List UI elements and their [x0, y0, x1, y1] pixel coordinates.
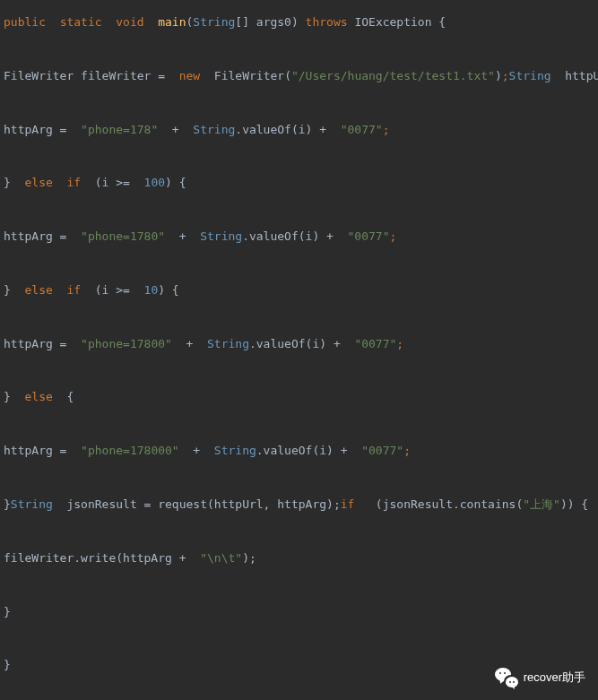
keyword-public: public [4, 15, 46, 29]
code-block: public static void main(String[] args0) … [0, 0, 598, 700]
watermark-label: recover助手 [524, 670, 585, 686]
keyword-static: static [60, 15, 102, 29]
string-path: "/Users/huang/test/test1.txt" [291, 69, 495, 82]
type-string: String [193, 15, 235, 29]
wechat-icon [495, 668, 518, 687]
keyword-void: void [116, 15, 143, 29]
method-main: main [158, 15, 186, 29]
watermark: recover助手 [495, 668, 585, 687]
